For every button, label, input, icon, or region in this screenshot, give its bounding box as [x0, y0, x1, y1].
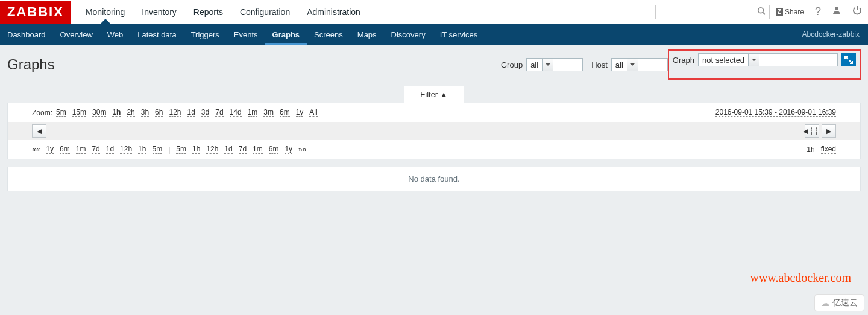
search-icon[interactable] — [757, 7, 766, 17]
topnav-monitoring[interactable]: Monitoring — [77, 0, 133, 24]
shift-left-1h[interactable]: 1h — [138, 145, 146, 154]
user-icon[interactable] — [832, 5, 841, 18]
chevron-down-icon[interactable] — [542, 59, 553, 71]
zoom-6h[interactable]: 6h — [155, 108, 163, 117]
host-select-value: all — [612, 60, 627, 69]
subnav-graphs[interactable]: Graphs — [265, 24, 307, 45]
zoom-6m[interactable]: 6m — [280, 108, 290, 117]
zoom-7d[interactable]: 7d — [215, 108, 223, 117]
zoom-row: Zoom: 5m 15m 30m 1h 2h 3h 6h 12h 1d 3d 7… — [8, 103, 860, 122]
zoom-1d[interactable]: 1d — [187, 108, 195, 117]
shift-separator: | — [168, 145, 170, 154]
filter-host-dropdown: Host all — [591, 58, 668, 71]
shift-right-12h[interactable]: 12h — [206, 145, 218, 154]
zoom-2h[interactable]: 2h — [127, 108, 134, 117]
range-prev-button[interactable]: ◀┊┊ — [805, 124, 819, 138]
zoom-label: Zoom: — [32, 109, 52, 117]
topnav-configuration[interactable]: Configuration — [231, 0, 298, 24]
subnav-dashboard[interactable]: Dashboard — [0, 24, 53, 45]
shift-right-6m[interactable]: 6m — [269, 145, 279, 154]
zoom-5m[interactable]: 5m — [56, 108, 66, 117]
graph-label: Graph — [673, 56, 694, 65]
zoom-links: 5m 15m 30m 1h 2h 3h 6h 12h 1d 3d 7d 14d … — [56, 108, 318, 117]
subnav-web[interactable]: Web — [100, 24, 131, 45]
zoom-3d[interactable]: 3d — [201, 108, 209, 117]
zoom-30m[interactable]: 30m — [92, 108, 106, 117]
graph-filter-highlight: Graph not selected — [668, 49, 861, 80]
shift-right-1h[interactable]: 1h — [192, 145, 200, 154]
z-icon: Z — [776, 8, 783, 16]
host-label: Host — [591, 60, 608, 69]
fullscreen-button[interactable] — [841, 53, 856, 66]
chevron-down-icon[interactable] — [627, 59, 638, 71]
zoom-14d[interactable]: 14d — [230, 108, 242, 117]
zoom-1m[interactable]: 1m — [248, 108, 258, 117]
help-icon[interactable]: ? — [815, 5, 821, 18]
shift-mode-toggle[interactable]: fixed — [821, 145, 836, 154]
subnav-user-label: Abcdocker-zabbix — [802, 30, 868, 39]
page-title: Graphs — [7, 56, 55, 73]
shift-row: «« 1y 6m 1m 7d 1d 12h 1h 5m | 5m 1h 12h … — [8, 140, 860, 159]
graph-select[interactable]: not selected — [698, 53, 838, 66]
chevron-down-icon[interactable] — [748, 54, 759, 66]
subnav-it-services[interactable]: IT services — [433, 24, 485, 45]
shift-right-sym: »» — [298, 145, 306, 154]
topnav-inventory[interactable]: Inventory — [133, 0, 185, 24]
logo[interactable]: ZABBIX — [0, 1, 71, 24]
page-header-row: Graphs Group all Host all Graph not sele… — [0, 45, 868, 82]
shift-right-1y[interactable]: 1y — [285, 145, 292, 154]
subnav-triggers[interactable]: Triggers — [184, 24, 227, 45]
svg-line-1 — [763, 13, 765, 15]
zoom-3h[interactable]: 3h — [141, 108, 149, 117]
zoom-12h[interactable]: 12h — [169, 108, 181, 117]
shift-left-1d[interactable]: 1d — [106, 145, 114, 154]
shift-left-5m[interactable]: 5m — [153, 145, 163, 154]
shift-duration: 1h — [807, 145, 814, 154]
nav-arrows-row: ◀ ◀┊┊ ▶ — [8, 122, 860, 140]
group-label: Group — [501, 60, 523, 69]
search-box[interactable] — [655, 5, 770, 19]
share-label: Share — [785, 8, 804, 16]
topnav-reports[interactable]: Reports — [185, 0, 231, 24]
zoom-1h[interactable]: 1h — [112, 108, 121, 117]
shift-right-1m[interactable]: 1m — [253, 145, 263, 154]
subnav-maps[interactable]: Maps — [350, 24, 384, 45]
search-input[interactable] — [659, 7, 757, 16]
zoom-3m[interactable]: 3m — [263, 108, 274, 117]
shift-right-7d[interactable]: 7d — [239, 145, 247, 154]
filter-toggle-button[interactable]: Filter ▲ — [404, 86, 464, 103]
filter-group-dropdown: Group all — [501, 58, 583, 71]
svg-point-0 — [758, 8, 764, 13]
zoom-15m[interactable]: 15m — [72, 108, 86, 117]
shift-left-1y[interactable]: 1y — [46, 145, 54, 154]
shift-left-6m[interactable]: 6m — [60, 145, 70, 154]
top-nav-menu: Monitoring Inventory Reports Configurati… — [77, 0, 369, 24]
filter-toggle-row: Filter ▲ — [0, 86, 868, 103]
graph-select-value: not selected — [699, 56, 748, 65]
date-range[interactable]: 2016-09-01 15:39 - 2016-09-01 16:39 — [715, 108, 836, 117]
power-icon[interactable] — [852, 5, 862, 18]
subnav-latest-data[interactable]: Latest data — [130, 24, 183, 45]
subnav-discovery[interactable]: Discovery — [384, 24, 433, 45]
zoom-all[interactable]: All — [309, 108, 317, 117]
prev-button[interactable]: ◀ — [32, 124, 46, 138]
shift-left-sym: «« — [32, 145, 40, 154]
group-select-value: all — [527, 60, 542, 69]
subnav-screens[interactable]: Screens — [307, 24, 350, 45]
host-select[interactable]: all — [611, 58, 668, 71]
topnav-administration[interactable]: Administration — [298, 0, 369, 24]
subnav-overview[interactable]: Overview — [53, 24, 100, 45]
share-button[interactable]: Z Share — [776, 8, 804, 16]
shift-left-1m[interactable]: 1m — [76, 145, 86, 154]
subnav-events[interactable]: Events — [227, 24, 265, 45]
svg-point-2 — [835, 7, 838, 10]
shift-left-7d[interactable]: 7d — [92, 145, 99, 154]
shift-right-5m[interactable]: 5m — [176, 145, 186, 154]
shift-right-1d[interactable]: 1d — [224, 145, 232, 154]
time-panel: Zoom: 5m 15m 30m 1h 2h 3h 6h 12h 1d 3d 7… — [7, 103, 861, 159]
range-next-button[interactable]: ▶ — [822, 124, 836, 138]
group-select[interactable]: all — [526, 58, 583, 71]
top-nav: ZABBIX Monitoring Inventory Reports Conf… — [0, 0, 868, 24]
zoom-1y[interactable]: 1y — [296, 108, 304, 117]
shift-left-12h[interactable]: 12h — [120, 145, 132, 154]
